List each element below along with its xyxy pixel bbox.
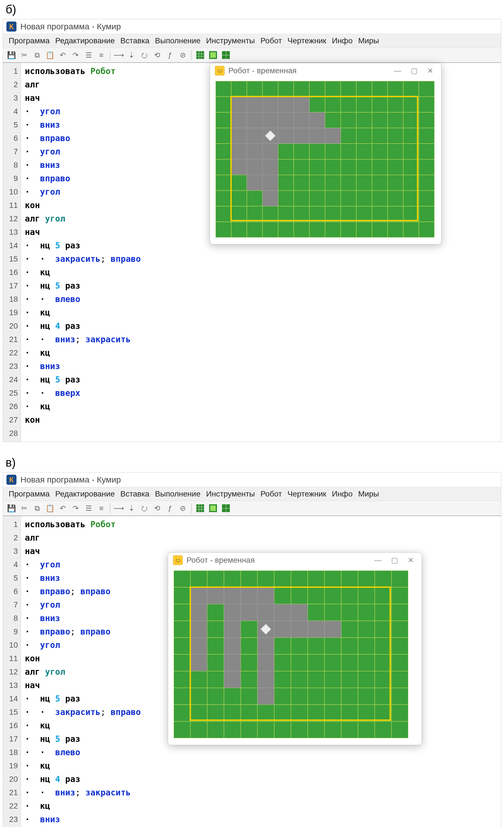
field-cell	[241, 571, 258, 587]
paste-icon[interactable]: 📋	[44, 503, 56, 514]
menu-инструменты[interactable]: Инструменты	[205, 36, 257, 46]
code-line[interactable]: · кц	[25, 400, 497, 413]
code-line[interactable]: алг	[25, 531, 497, 544]
field-cell	[174, 671, 190, 688]
field-cell	[278, 144, 294, 159]
menu-инфо[interactable]: Инфо	[330, 36, 354, 46]
save-icon[interactable]: 💾	[6, 49, 17, 61]
menu-вставка[interactable]: Вставка	[119, 36, 151, 46]
save-icon[interactable]: 💾	[6, 503, 17, 514]
field-cell	[308, 704, 325, 721]
field-mode-3-icon[interactable]	[220, 503, 231, 514]
code-line[interactable]: · · влево	[25, 293, 497, 306]
code-line[interactable]: · вниз	[25, 359, 497, 373]
redo-icon[interactable]: ↷	[70, 49, 81, 61]
menu-редактирование[interactable]: Редактирование	[54, 489, 116, 499]
code-line[interactable]: · · вниз; закрасить	[25, 333, 497, 346]
field-mode-3-icon[interactable]	[220, 49, 231, 61]
field-cell	[263, 222, 278, 238]
back-icon[interactable]: ⟲	[152, 49, 163, 61]
code-line[interactable]: · нц 4 раз	[25, 773, 497, 786]
field-cell	[294, 191, 310, 206]
code-line[interactable]: · вниз	[25, 813, 497, 826]
field-mode-2-icon[interactable]	[208, 503, 219, 514]
field-cell	[231, 222, 247, 238]
code-line[interactable]: · кц	[25, 346, 497, 359]
list-icon[interactable]: ☰	[83, 49, 94, 61]
exec-icon[interactable]: ƒ	[164, 49, 176, 61]
close-button[interactable]: ✕	[408, 556, 414, 565]
undo-icon[interactable]: ↶	[57, 49, 68, 61]
code-line[interactable]: · кц	[25, 759, 497, 773]
redo-icon[interactable]: ↷	[70, 503, 81, 514]
exec-icon[interactable]: ƒ	[164, 503, 176, 514]
code-line[interactable]: кон	[25, 413, 497, 427]
menu-миры[interactable]: Миры	[356, 489, 381, 499]
code-line[interactable]: · · вверх	[25, 386, 497, 400]
copy-icon[interactable]: ⧉	[32, 49, 43, 61]
field-cell	[341, 604, 358, 621]
menu-выполнение[interactable]: Выполнение	[153, 489, 202, 499]
line-number: 10	[3, 185, 18, 199]
code-line[interactable]: использовать Робот	[25, 518, 497, 531]
code-line[interactable]: · кц	[25, 799, 497, 813]
field-cell	[403, 159, 419, 175]
maximize-button[interactable]: ▢	[391, 556, 398, 565]
loop-icon[interactable]: ⭮	[139, 503, 150, 514]
menu-чертежник[interactable]: Чертежник	[286, 489, 328, 499]
copy-icon[interactable]: ⧉	[32, 503, 43, 514]
step-icon[interactable]: ⇣	[126, 503, 137, 514]
menu-программа[interactable]: Программа	[7, 489, 51, 499]
loop-icon[interactable]: ⭮	[139, 49, 150, 61]
outdent-icon[interactable]: ≡	[96, 49, 107, 61]
menu-редактирование[interactable]: Редактирование	[54, 36, 116, 46]
code-line[interactable]: · кц	[25, 306, 497, 319]
robot-title-bar: 😊 Робот - временная — ▢ ✕	[168, 553, 422, 568]
line-number: 1	[3, 518, 18, 531]
minimize-button[interactable]: —	[375, 556, 382, 565]
outdent-icon[interactable]: ≡	[96, 503, 107, 514]
field-cell	[341, 97, 356, 112]
field-cell	[224, 604, 241, 621]
field-cell	[231, 206, 247, 222]
list-icon[interactable]: ☰	[83, 503, 94, 514]
field-cell	[419, 144, 435, 159]
code-line[interactable]: · · вниз; закрасить	[25, 786, 497, 799]
field-cell	[278, 128, 294, 144]
field-mode-1-icon[interactable]	[194, 49, 206, 61]
stop-icon[interactable]: ⊘	[177, 49, 188, 61]
menu-миры[interactable]: Миры	[356, 36, 381, 46]
code-line[interactable]: · · закрасить; вправо	[25, 252, 497, 266]
menu-программа[interactable]: Программа	[7, 36, 51, 46]
field-cell	[325, 191, 341, 206]
run-icon[interactable]: ⟶	[113, 503, 124, 514]
menu-инструменты[interactable]: Инструменты	[205, 489, 257, 499]
code-line[interactable]: · кц	[25, 266, 497, 279]
run-icon[interactable]: ⟶	[113, 49, 124, 61]
minimize-button[interactable]: —	[394, 66, 401, 75]
cut-icon[interactable]: ✂	[19, 503, 30, 514]
close-button[interactable]: ✕	[427, 66, 433, 75]
step-icon[interactable]: ⇣	[126, 49, 137, 61]
menu-выполнение[interactable]: Выполнение	[153, 36, 202, 46]
menu-робот[interactable]: Робот	[259, 489, 284, 499]
menu-чертежник[interactable]: Чертежник	[286, 36, 328, 46]
undo-icon[interactable]: ↶	[57, 503, 68, 514]
stop-icon[interactable]: ⊘	[177, 503, 188, 514]
code-line[interactable]: · нц 5 раз	[25, 373, 497, 386]
field-cell	[341, 571, 358, 587]
menu-инфо[interactable]: Инфо	[330, 489, 354, 499]
paste-icon[interactable]: 📋	[44, 49, 56, 61]
maximize-button[interactable]: ▢	[411, 66, 418, 75]
code-line[interactable]: · нц 5 раз	[25, 279, 497, 293]
code-line[interactable]: · нц 4 раз	[25, 319, 497, 333]
menu-вставка[interactable]: Вставка	[119, 489, 151, 499]
menu-робот[interactable]: Робот	[259, 36, 284, 46]
code-line[interactable]: · · влево	[25, 746, 497, 759]
field-cell	[274, 671, 291, 688]
field-cell	[375, 621, 391, 638]
back-icon[interactable]: ⟲	[152, 503, 163, 514]
field-mode-2-icon[interactable]	[208, 49, 219, 61]
cut-icon[interactable]: ✂	[19, 49, 30, 61]
field-mode-1-icon[interactable]	[194, 503, 206, 514]
